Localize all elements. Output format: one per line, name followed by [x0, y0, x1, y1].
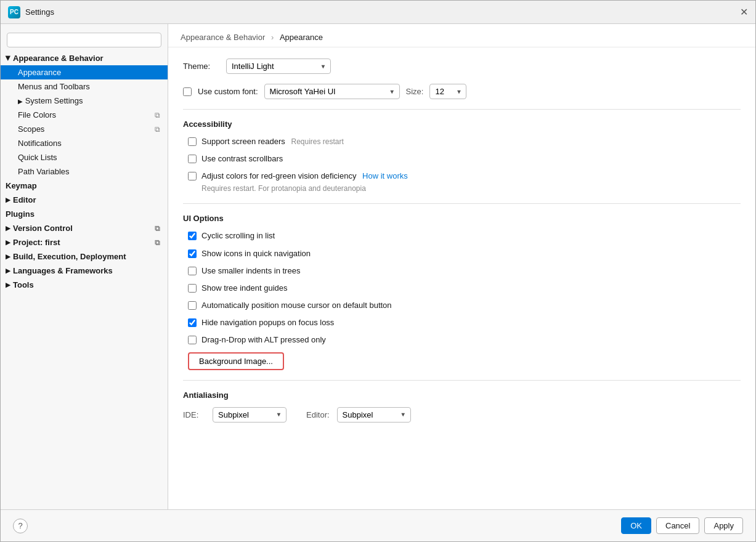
- help-button[interactable]: ?: [13, 519, 28, 533]
- tree-indent-guides-checkbox[interactable]: [188, 284, 197, 293]
- sidebar-item-label: Languages & Frameworks: [13, 266, 113, 275]
- antialiasing-title: Antialiasing: [183, 390, 741, 400]
- size-label: Size:: [406, 87, 424, 96]
- sidebar-item-label: Notifications: [18, 139, 62, 148]
- close-icon[interactable]: ✕: [740, 6, 748, 18]
- sidebar-item-label: Tools: [13, 280, 34, 289]
- arrow-icon: ▶: [6, 267, 10, 274]
- sidebar-item-label: Editor: [13, 195, 36, 204]
- sidebar-row: File Colors ⧉: [18, 110, 160, 119]
- red-green-vision-row: Adjust colors for red-green vision defic…: [183, 171, 741, 193]
- sidebar-item-file-colors[interactable]: File Colors ⧉: [1, 108, 168, 122]
- panel-content: Theme: IntelliJ Light Darcula High Contr…: [168, 47, 755, 509]
- auto-mouse-cursor-checkbox[interactable]: [188, 301, 197, 310]
- auto-mouse-cursor-label: Automatically position mouse cursor on d…: [201, 300, 392, 311]
- sidebar-row: Scopes ⧉: [18, 124, 160, 134]
- show-icons-quick-nav-row: Show icons in quick navigation: [183, 248, 741, 259]
- sidebar-item-label: Keymap: [6, 181, 37, 190]
- sidebar-item-appearance-behavior[interactable]: ▶ Appearance & Behavior: [1, 51, 168, 65]
- sidebar-item-label: Version Control: [13, 224, 73, 233]
- drag-n-drop-alt-label: Drag-n-Drop with ALT pressed only: [201, 334, 326, 346]
- accessibility-title: Accessibility: [183, 119, 741, 129]
- screen-readers-checkbox[interactable]: [188, 137, 197, 146]
- window-title: Settings: [25, 7, 54, 17]
- sidebar-item-label: Plugins: [6, 209, 35, 219]
- sidebar-item-menus-toolbars[interactable]: Menus and Toolbars: [1, 79, 168, 94]
- sidebar-item-tools[interactable]: ▶ Tools: [1, 278, 168, 292]
- drag-n-drop-alt-checkbox[interactable]: [188, 336, 197, 344]
- ide-label: IDE:: [183, 410, 205, 419]
- cyclic-scrolling-label: Cyclic scrolling in list: [201, 230, 275, 241]
- contrast-scrollbars-checkbox[interactable]: [188, 155, 197, 163]
- sidebar-item-plugins[interactable]: Plugins: [1, 207, 168, 221]
- sidebar-item-label: Project: first: [13, 238, 60, 247]
- title-bar-left: PC Settings: [8, 6, 54, 18]
- antialiasing-row: IDE: Subpixel ▼ Editor: Subpixel ▼: [183, 407, 741, 423]
- sidebar-item-path-variables[interactable]: Path Variables: [1, 164, 168, 179]
- background-image-button[interactable]: Background Image...: [188, 352, 284, 370]
- copy-icon: ⧉: [155, 111, 160, 119]
- smaller-indents-checkbox[interactable]: [188, 267, 197, 275]
- cyclic-scrolling-row: Cyclic scrolling in list: [183, 230, 741, 241]
- theme-label: Theme:: [183, 62, 220, 71]
- red-green-sub-text: Requires restart. For protanopia and deu…: [201, 184, 408, 194]
- sidebar-item-notifications[interactable]: Notifications: [1, 136, 168, 150]
- apply-button[interactable]: Apply: [704, 517, 743, 534]
- copy-icon: ⧉: [155, 125, 160, 134]
- sidebar-item-scopes[interactable]: Scopes ⧉: [1, 122, 168, 136]
- sidebar-item-system-settings[interactable]: ▶ System Settings: [1, 94, 168, 108]
- sidebar: ▶ Appearance & Behavior Appearance Menus…: [1, 24, 168, 509]
- cancel-button[interactable]: Cancel: [656, 517, 699, 534]
- arrow-icon: ▶: [6, 281, 10, 288]
- sidebar-item-label: System Settings: [25, 96, 83, 105]
- sidebar-item-label: Appearance: [18, 68, 61, 77]
- font-select-wrapper: Microsoft YaHei UI ▼: [264, 84, 400, 99]
- cyclic-scrolling-checkbox[interactable]: [188, 232, 197, 240]
- sidebar-item-appearance[interactable]: Appearance: [1, 65, 168, 79]
- sidebar-item-version-control[interactable]: ▶ Version Control ⧉: [1, 221, 168, 235]
- ok-button[interactable]: OK: [621, 517, 651, 534]
- hide-nav-popups-checkbox[interactable]: [188, 318, 197, 327]
- sidebar-item-project-first[interactable]: ▶ Project: first ⧉: [1, 235, 168, 249]
- app-icon: PC: [8, 6, 20, 18]
- show-icons-quick-nav-label: Show icons in quick navigation: [201, 248, 311, 259]
- screen-readers-row: Support screen readers Requires restart: [183, 136, 741, 147]
- sidebar-item-quick-lists[interactable]: Quick Lists: [1, 150, 168, 164]
- breadcrumb-current: Appearance: [280, 33, 323, 42]
- ui-options-title: UI Options: [183, 214, 741, 223]
- sidebar-item-build-execution[interactable]: ▶ Build, Execution, Deployment: [1, 249, 168, 264]
- editor-antialiasing-select[interactable]: Subpixel: [337, 407, 411, 423]
- arrow-icon: ▶: [6, 253, 10, 260]
- ide-antialiasing-select[interactable]: Subpixel: [213, 407, 287, 423]
- editor-select-wrapper: Subpixel ▼: [337, 407, 411, 423]
- arrow-icon: ▶: [6, 225, 10, 232]
- size-select[interactable]: 12: [429, 84, 466, 99]
- sidebar-item-label: Appearance & Behavior: [13, 54, 104, 63]
- theme-select[interactable]: IntelliJ Light Darcula High Contrast: [226, 59, 331, 74]
- sidebar-item-editor[interactable]: ▶ Editor: [1, 193, 168, 207]
- auto-mouse-cursor-row: Automatically position mouse cursor on d…: [183, 300, 741, 311]
- breadcrumb: Appearance & Behavior › Appearance: [168, 24, 755, 47]
- editor-label: Editor:: [306, 410, 330, 419]
- sidebar-item-label: Path Variables: [18, 167, 70, 176]
- tree-indent-guides-label: Show tree indent guides: [201, 283, 287, 294]
- divider: [183, 380, 741, 381]
- arrow-icon: ▶: [18, 98, 23, 105]
- screen-readers-label: Support screen readers Requires restart: [201, 136, 344, 147]
- sidebar-item-languages-frameworks[interactable]: ▶ Languages & Frameworks: [1, 264, 168, 278]
- how-it-works-link[interactable]: How it works: [362, 171, 408, 180]
- footer: ? OK Cancel Apply: [1, 509, 755, 541]
- sidebar-item-keymap[interactable]: Keymap: [1, 179, 168, 193]
- show-icons-quick-nav-checkbox[interactable]: [188, 249, 197, 258]
- use-custom-font-checkbox[interactable]: [183, 87, 192, 96]
- divider: [183, 203, 741, 204]
- theme-select-wrapper: IntelliJ Light Darcula High Contrast ▼: [226, 59, 331, 74]
- red-green-vision-checkbox[interactable]: [188, 172, 197, 180]
- settings-window: PC Settings ✕ ▶ Appearance & Behavior Ap…: [0, 0, 756, 542]
- search-input[interactable]: [7, 33, 161, 47]
- contrast-scrollbars-label: Use contrast scrollbars: [201, 153, 283, 164]
- arrow-icon: ▶: [6, 196, 10, 203]
- font-select[interactable]: Microsoft YaHei UI: [264, 84, 400, 99]
- smaller-indents-label: Use smaller indents in trees: [201, 265, 300, 277]
- red-green-vision-label: Adjust colors for red-green vision defic…: [201, 171, 408, 193]
